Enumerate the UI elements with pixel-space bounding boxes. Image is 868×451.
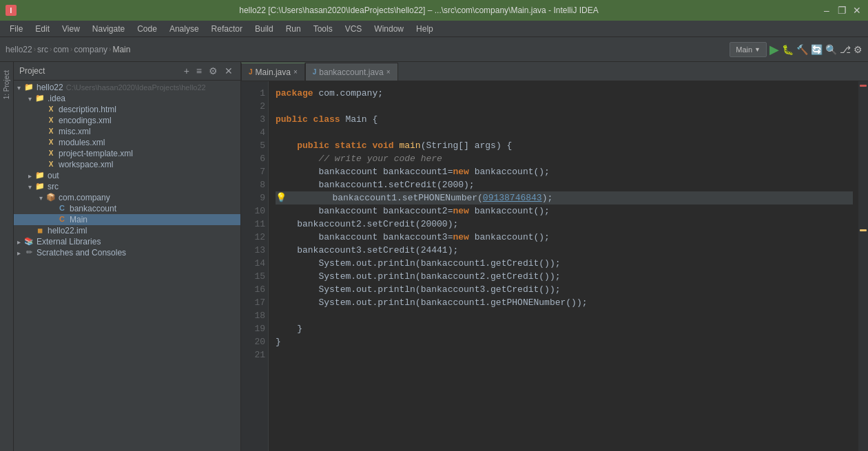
- tab-bankaccount-java[interactable]: Jbankaccount.java×: [305, 63, 398, 81]
- tree-icon-xml: X: [45, 160, 56, 169]
- code-token: new: [453, 165, 474, 178]
- tree-label-out: out: [48, 171, 59, 180]
- tree-label-com-company: com.company: [59, 193, 110, 202]
- line-num-2: 2: [247, 100, 265, 113]
- collapse-all-button[interactable]: ≡: [194, 65, 204, 77]
- tree-label-desc: description.html: [59, 105, 116, 114]
- tree-item-hello22-iml[interactable]: ◼hello22.iml: [14, 225, 240, 236]
- maximize-button[interactable]: ❐: [836, 5, 847, 16]
- code-token: com.company;: [313, 87, 383, 100]
- tree-arrow: ▾: [14, 84, 23, 92]
- code-area[interactable]: package com.company;public class Main { …: [269, 81, 858, 451]
- code-token: System: [318, 257, 351, 270]
- tree-item-modules[interactable]: Xmodules.xml: [14, 137, 240, 148]
- menu-item-help[interactable]: Help: [411, 23, 439, 35]
- minimize-button[interactable]: –: [821, 5, 832, 16]
- window-controls: – ❐ ✕: [821, 5, 862, 16]
- breadcrumb-main[interactable]: Main: [112, 45, 130, 54]
- breadcrumb-company[interactable]: company: [74, 45, 107, 54]
- tree-item-out[interactable]: ▸📁out: [14, 170, 240, 181]
- tree-item-hello22[interactable]: ▾📁hello22 C:\Users\hasan2020\IdeaProject…: [14, 82, 240, 93]
- menu-item-analyse[interactable]: Analyse: [164, 23, 205, 35]
- tree-item-scratches[interactable]: ▸✏Scratches and Consoles: [14, 247, 240, 258]
- close-button[interactable]: ✕: [851, 5, 862, 16]
- code-line-11: bankaccount2.setCredit(20000);: [276, 218, 853, 231]
- tree-item-idea[interactable]: ▾📁.idea: [14, 93, 240, 104]
- code-line-18: [276, 309, 853, 322]
- code-line-12: bankaccount bankaccount3=new bankaccount…: [276, 231, 853, 244]
- line-num-18: 18: [247, 309, 265, 322]
- tree-item-proj-template[interactable]: Xproject-template.xml: [14, 148, 240, 159]
- close-sidebar-button[interactable]: ✕: [223, 65, 235, 77]
- menu-item-run[interactable]: Run: [280, 23, 307, 35]
- breadcrumb: hello22 › src › com › company › Main: [6, 45, 727, 54]
- menu-item-view[interactable]: View: [56, 23, 85, 35]
- build-button[interactable]: 🔨: [796, 44, 808, 55]
- tree-arrow: ▾: [25, 95, 34, 103]
- tree-item-misc[interactable]: Xmisc.xml: [14, 126, 240, 137]
- run-config-button[interactable]: Main ▼: [730, 42, 767, 57]
- git-button[interactable]: ⎇: [840, 44, 851, 55]
- tree-arrow: ▸: [25, 172, 34, 180]
- tab-close-bankaccount-java[interactable]: ×: [386, 68, 391, 76]
- tree-item-bankaccount[interactable]: Cbankaccount: [14, 203, 240, 214]
- line-num-10: 10: [247, 204, 265, 218]
- tree-item-src[interactable]: ▾📁src: [14, 181, 240, 192]
- tree-icon-root: 📁: [23, 83, 34, 92]
- tree-label-scratches: Scratches and Consoles: [37, 248, 126, 258]
- code-token: bankaccount();: [475, 204, 550, 218]
- tree-item-desc[interactable]: Xdescription.html: [14, 104, 240, 115]
- tree-item-enc[interactable]: Xencodings.xml: [14, 115, 240, 126]
- sidebar-header: Project + ≡ ⚙ ✕: [14, 62, 240, 81]
- run-button[interactable]: ▶: [769, 42, 779, 57]
- tree-label-misc: misc.xml: [59, 127, 91, 136]
- line-num-16: 16: [247, 283, 265, 296]
- menu-item-code[interactable]: Code: [132, 23, 163, 35]
- editor-area: 123456789101112131415161718192021 packag…: [241, 81, 868, 451]
- menu-item-vcs[interactable]: VCS: [340, 23, 368, 35]
- tab-label-bankaccount-java: bankaccount.java: [319, 67, 383, 77]
- bulb-icon[interactable]: 💡: [276, 191, 287, 204]
- breadcrumb-hello22[interactable]: hello22: [6, 45, 32, 54]
- line-numbers: 123456789101112131415161718192021: [241, 81, 269, 451]
- project-tree: ▾📁hello22 C:\Users\hasan2020\IdeaProject…: [14, 81, 240, 451]
- editor-panel: JMain.java×Jbankaccount.java× 1234567891…: [241, 62, 868, 451]
- line-num-6: 6: [247, 152, 265, 165]
- code-line-14: System.out.println(bankaccount1.getCredi…: [276, 257, 853, 270]
- code-line-21: [276, 348, 853, 361]
- tab-main-java[interactable]: JMain.java×: [241, 63, 305, 81]
- breadcrumb-com[interactable]: com: [53, 45, 69, 54]
- menu-item-build[interactable]: Build: [249, 23, 279, 35]
- settings-gear-button[interactable]: ⚙: [207, 65, 220, 77]
- code-token: // write your code here: [318, 152, 442, 165]
- add-content-button[interactable]: +: [182, 65, 192, 77]
- tree-item-com-company[interactable]: ▾📦com.company: [14, 192, 240, 203]
- code-token: [276, 139, 297, 152]
- debug-button[interactable]: 🐛: [782, 44, 794, 55]
- menu-item-file[interactable]: File: [4, 23, 28, 35]
- code-token: bankaccount2.setCredit(20000);: [276, 218, 458, 231]
- sync-button[interactable]: 🔄: [811, 44, 823, 55]
- settings-button[interactable]: ⚙: [854, 44, 862, 55]
- code-token: System: [318, 283, 351, 296]
- line-num-4: 4: [247, 126, 265, 139]
- menu-item-navigate[interactable]: Navigate: [87, 23, 130, 35]
- code-line-10: bankaccount bankaccount2=new bankaccount…: [276, 204, 853, 218]
- project-tab[interactable]: 1: Project: [1, 67, 12, 102]
- tree-arrow: ▸: [14, 238, 23, 246]
- tree-item-ext-libs[interactable]: ▸📚External Libraries: [14, 236, 240, 247]
- code-token: }: [276, 322, 302, 335]
- tree-item-main[interactable]: CMain: [14, 214, 240, 225]
- menu-bar: FileEditViewNavigateCodeAnalyseRefactorB…: [0, 21, 868, 37]
- tab-close-main-java[interactable]: ×: [293, 68, 298, 76]
- menu-item-edit[interactable]: Edit: [30, 23, 55, 35]
- menu-item-refactor[interactable]: Refactor: [206, 23, 248, 35]
- tree-item-workspace[interactable]: Xworkspace.xml: [14, 159, 240, 170]
- warn-marker: [860, 229, 867, 231]
- menu-item-tools[interactable]: Tools: [308, 23, 338, 35]
- code-token: System: [318, 296, 351, 309]
- search-button[interactable]: 🔍: [825, 44, 837, 55]
- breadcrumb-src[interactable]: src: [37, 45, 48, 54]
- code-token: bankaccount bankaccount3=: [276, 231, 453, 244]
- menu-item-window[interactable]: Window: [369, 23, 409, 35]
